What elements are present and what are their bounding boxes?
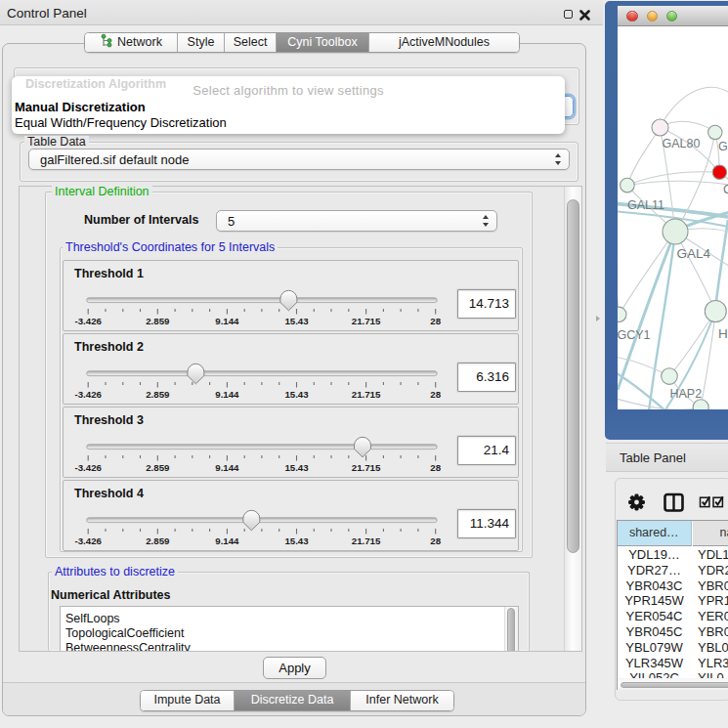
svg-text:15.43: 15.43 (284, 316, 309, 326)
svg-text:GAL80: GAL80 (663, 137, 701, 150)
svg-text:GA: GA (718, 140, 728, 153)
svg-text:9.144: 9.144 (215, 535, 239, 546)
svg-text:-3.426: -3.426 (74, 535, 102, 546)
svg-text:2.859: 2.859 (146, 316, 170, 326)
svg-text:HAP2: HAP2 (670, 387, 703, 401)
svg-text:28: 28 (430, 462, 441, 473)
svg-text:28: 28 (430, 316, 441, 326)
svg-text:21.715: 21.715 (352, 535, 381, 546)
svg-text:9.144: 9.144 (215, 389, 239, 400)
svg-text:H: H (718, 326, 728, 341)
svg-text:21.715: 21.715 (352, 316, 381, 326)
svg-text:2.859: 2.859 (146, 389, 170, 400)
svg-text:15.43: 15.43 (284, 462, 309, 473)
svg-text:28: 28 (430, 389, 441, 400)
svg-text:GCY1: GCY1 (618, 328, 651, 342)
svg-text:2.859: 2.859 (146, 462, 170, 473)
svg-text:-3.426: -3.426 (74, 316, 102, 326)
svg-text:GAL4: GAL4 (677, 246, 711, 261)
svg-text:21.715: 21.715 (352, 462, 381, 473)
svg-text:28: 28 (430, 535, 441, 546)
svg-text:-3.426: -3.426 (74, 462, 102, 473)
svg-text:C: C (723, 183, 728, 196)
svg-text:-3.426: -3.426 (74, 389, 102, 400)
svg-text:2.859: 2.859 (146, 535, 170, 546)
svg-text:15.43: 15.43 (284, 535, 309, 546)
svg-text:15.43: 15.43 (284, 389, 309, 400)
svg-text:GAL11: GAL11 (627, 198, 664, 212)
svg-text:9.144: 9.144 (215, 462, 239, 473)
svg-text:21.715: 21.715 (352, 389, 381, 400)
svg-text:9.144: 9.144 (215, 316, 239, 326)
